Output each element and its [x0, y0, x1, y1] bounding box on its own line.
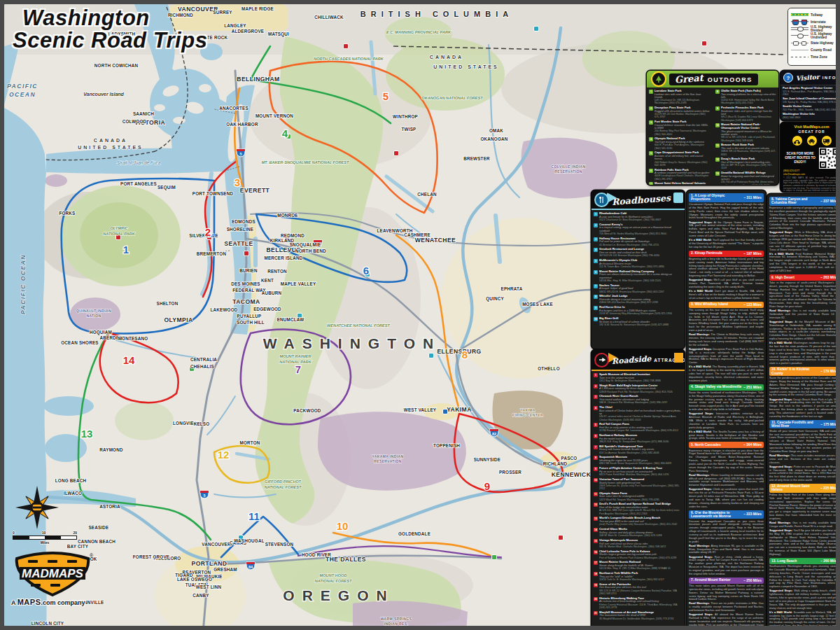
- map-label: WASHINGTON: [263, 335, 441, 351]
- attraction-address: 614 1st Avenue Seattle Washington, (206)…: [599, 451, 682, 454]
- time-zone-sample: [791, 54, 808, 59]
- attraction-address: 54124 Mtn. Hwy. E. (SR-7) Elbe Washingto…: [599, 567, 682, 570]
- svg-text:84: 84: [248, 565, 253, 569]
- park-entry: 8Olallie State Park (Twin Falls)Two view…: [715, 90, 776, 105]
- attraction-entry: 4The ChiefBust artwork of Chelan Indian …: [594, 406, 682, 421]
- map-label: UNITED STATES: [78, 145, 144, 150]
- attraction-number: 2: [594, 384, 598, 388]
- attraction-entry: 12Devil's Punch Bowl and Spruce Railroad…: [594, 503, 682, 514]
- map-label: BREMERTON: [197, 251, 227, 256]
- park-description: Bastions of an old military fort, and co…: [654, 155, 710, 161]
- attraction-address: Port of Kalama in Marine Park Kalama Was…: [599, 556, 682, 559]
- attraction-number: 15: [594, 539, 598, 543]
- legend-label: Time Zone: [811, 55, 827, 59]
- park-address: (off) Chuckanut Dr. (SR-11) Bellingham, …: [654, 99, 710, 105]
- route-paragraph: Suggested Stops: While in Ellensburg, WA…: [769, 231, 836, 251]
- poi-marker: [344, 44, 349, 49]
- attraction-address: 8415 Paine Field Blvd. Mukilteo Washingt…: [599, 473, 682, 476]
- attraction-entry: 15Vintage Motorcycle MuseumRoll over and…: [594, 539, 682, 548]
- promo-visit-link: Visit MadMaps.com: [783, 125, 836, 129]
- logo-tagline: A MAPS.com company: [11, 598, 94, 606]
- map-label: UNITED STATES: [433, 64, 499, 69]
- attraction-entry: 1Spark Museum of Electrical InventionTun…: [594, 373, 682, 382]
- route-paragraph: Savor the ponderosa pine forests of the …: [769, 377, 836, 397]
- route-paragraph: Savor the scenic farmland of northwester…: [689, 391, 764, 412]
- map-label: WEST VALLEY: [404, 407, 437, 412]
- map-label: SHORELINE: [227, 227, 254, 232]
- visitor-info-script: Visitor: [796, 74, 820, 82]
- scale-unit: Miles: [13, 540, 77, 545]
- route-paragraph: It's a MAD World: You'll applaud the fac…: [689, 239, 764, 249]
- map-label: NATIONAL FOREST: [265, 485, 302, 489]
- park-entry: 11Beacon Rock State ParkThis rock is the…: [715, 144, 776, 155]
- route-paragraph: Road Warnings: This route includes mount…: [769, 454, 836, 465]
- scale-end: 20: [73, 531, 77, 535]
- map-label: ILWACO: [64, 491, 82, 496]
- attraction-number: 1: [594, 373, 598, 377]
- park-number: 1: [649, 90, 653, 94]
- map-label: CANNON BEACH: [78, 539, 115, 544]
- route-mileage: – 225 Miles: [819, 486, 836, 490]
- scan-call-to-action: SCAN FOR MORE GREAT ROUTES TO ENJOY!: [783, 152, 817, 164]
- scale-segments: [13, 536, 77, 540]
- roadhouse-entry: 3Halfway House RestaurantPull over for p…: [594, 237, 682, 246]
- map-label: HOOD RIVER: [302, 552, 331, 557]
- attraction-entry: 3Chewack River Guest RanchYear-round out…: [594, 395, 682, 404]
- route-header: 2. Kitsap Peninsula– 197 Miles: [689, 251, 764, 257]
- map-label: STEVENSON: [265, 542, 294, 547]
- route-paragraph: Experience many changes in elevation as …: [689, 449, 764, 473]
- map-label: MOSES LAKE: [522, 302, 553, 307]
- logo-brand-text: MADMAPS: [22, 567, 83, 580]
- us-highway-divided-sample: [791, 26, 808, 31]
- map-label: LONG BEACH: [55, 478, 87, 483]
- route-paragraph: Suggested Stops: You'll flip your lid wh…: [769, 529, 836, 556]
- legend-row: County Road: [791, 46, 836, 53]
- attraction-address: 11780 Freund Canyon Rd. Leavenworth Wash…: [599, 429, 682, 432]
- map-label: OKANOGAN NATIONAL FOREST: [421, 96, 483, 100]
- attraction-address: Kittitas County Historical Museum: 114 E…: [599, 603, 682, 610]
- map-label: OCEAN: [9, 91, 36, 98]
- route-marker-6: 6: [363, 265, 369, 276]
- map-label: CHELAN: [417, 192, 437, 197]
- map-label: PORTLAND: [192, 560, 227, 567]
- title-line1: Washington: [13, 7, 207, 29]
- map-legend: Tollway Interstate U.S. Highway Divided …: [788, 8, 836, 66]
- map-label: MAPLE RIDGE: [241, 6, 274, 11]
- legend-row: Tollway: [791, 11, 836, 18]
- attraction-number: 12: [594, 503, 598, 507]
- svg-text:5: 5: [203, 493, 205, 498]
- route-paragraph: Road Warnings: Gas is not readily availa…: [769, 309, 836, 320]
- route-header: 4. Skagit Valley via Woodinville– 251 Mi…: [689, 384, 764, 391]
- route-section-8: 8. Yakima Canyon and Columbia River– 237…: [769, 197, 836, 273]
- roadhouse-number: 8: [594, 295, 598, 299]
- us-highway-undivided-sample: [791, 33, 808, 38]
- scale-start: 0: [13, 531, 15, 535]
- park-number: 4: [649, 137, 653, 141]
- map-label: SURREY: [213, 10, 232, 15]
- map-label: CHEHALIS: [190, 364, 214, 369]
- map-label: VANCOUVER: [202, 542, 231, 547]
- qr-code: [819, 148, 836, 169]
- map-label: ENUMCLAW: [277, 317, 304, 322]
- map-label: MOUNT RAINIER: [279, 354, 311, 358]
- map-label: KENT: [261, 278, 274, 283]
- map-label: RESERVATION: [554, 169, 582, 174]
- attraction-entry: 19Grove of the PatriarchsOne thousand ye…: [594, 583, 682, 595]
- attraction-number: 16: [594, 550, 598, 554]
- attraction-entry: 17Mount Rainier Scenic RailroadSteam alo…: [594, 561, 682, 570]
- roadhouse-entry: 5McMenamin's Olympic ClubAn historical W…: [594, 259, 682, 268]
- route-section-9: 9. High Desert– 263 MilesTake in the exp…: [769, 274, 836, 365]
- great-outdoors-header: Great OUTDOORS: [647, 71, 778, 88]
- park-number: 10: [715, 123, 720, 127]
- park-name: Mount Saint Helens National Volcanic Mon…: [654, 182, 710, 185]
- route-paragraph: Road Warnings: The Clinton to Mukilteo f…: [689, 333, 764, 346]
- park-address: SR-12 to SR-123 (S.E. side of park) Pack…: [721, 136, 776, 142]
- route-title: 13. Long Beach: [771, 559, 797, 563]
- route-header: 8. Yakima Canyon and Columbia River– 237…: [769, 197, 836, 206]
- roadhouse-number: 9: [594, 306, 598, 310]
- route-paragraph: The scenery on this tour should not be m…: [689, 309, 764, 332]
- route-section-1: 1. A Loop of Olympic Proportions– 311 Mi…: [689, 193, 764, 249]
- great-outdoors-title: Great OUTDOORS: [669, 74, 758, 85]
- map-label: ALDERGROVE: [232, 29, 264, 34]
- roadhouse-entry: 1Rhododendron CaféA cozy spot known for …: [594, 212, 682, 221]
